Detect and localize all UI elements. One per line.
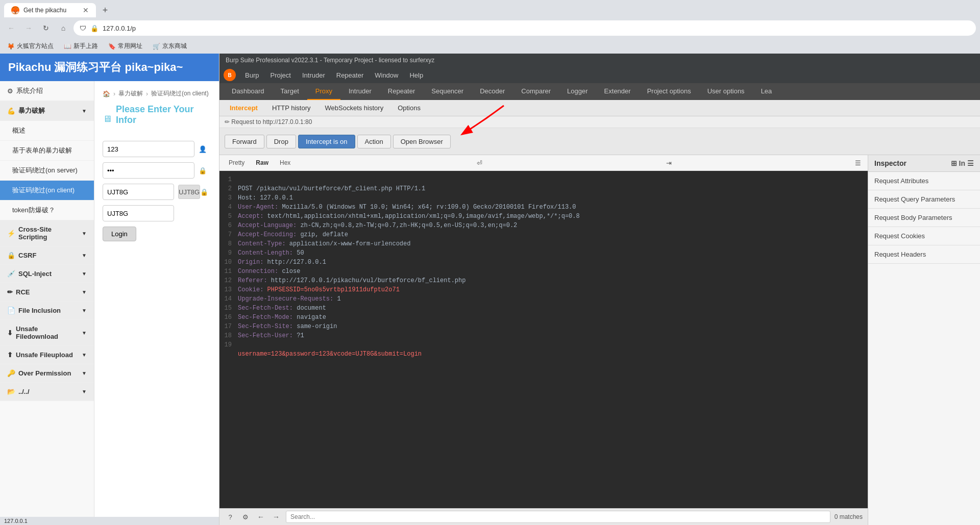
menu-icon[interactable]: ☰ — [852, 157, 864, 168]
menu-burp[interactable]: Burp — [240, 69, 264, 81]
inspector-request-attributes[interactable]: Request Attributes — [868, 172, 980, 190]
status-bar: 127.0.0.1 — [0, 517, 219, 525]
pikachu-main: 🏠 › 暴力破解 › 验证码绕过(on client) 🖥 Please Ent… — [94, 81, 219, 517]
lock-icon: 🔒 — [199, 167, 207, 174]
sidebar-label: 基于表单的暴力破解 — [12, 146, 72, 155]
menu-help[interactable]: Help — [404, 69, 428, 81]
tab-logger[interactable]: Logger — [559, 83, 596, 100]
drop-button[interactable]: Drop — [266, 135, 296, 148]
sidebar-item-intro[interactable]: ⚙ 系统介绍 — [0, 81, 94, 101]
sidebar-item-form-brute[interactable]: 基于表单的暴力破解 — [0, 141, 94, 161]
tab-target[interactable]: Target — [273, 83, 307, 100]
burp-logo: B — [224, 69, 236, 81]
sidebar-section-csrf[interactable]: 🔒 CSRF ▼ — [0, 246, 94, 265]
word-wrap-icon[interactable]: ⏎ — [474, 157, 485, 168]
sidebar-label: 暴力破解 — [18, 106, 45, 115]
forward-button[interactable]: Forward — [225, 135, 264, 148]
captcha-input[interactable] — [103, 184, 174, 200]
inject-icon: 💉 — [7, 270, 15, 278]
breadcrumb-sep2: › — [146, 90, 148, 97]
subtab-http-history[interactable]: HTTP history — [266, 102, 317, 114]
sidebar-section-rce[interactable]: ✏ RCE ▼ — [0, 283, 94, 302]
tab-repeater[interactable]: Repeater — [380, 83, 423, 100]
search-input[interactable] — [286, 511, 830, 523]
subtab-websockets[interactable]: WebSockets history — [319, 102, 390, 114]
prev-button[interactable]: ← — [255, 511, 266, 522]
menu-repeater[interactable]: Repeater — [331, 69, 369, 81]
subtab-options[interactable]: Options — [391, 102, 427, 114]
editor-tab-hex[interactable]: Hex — [275, 158, 296, 168]
tab-comparer[interactable]: Comparer — [513, 83, 559, 100]
tab-dashboard[interactable]: Dashboard — [224, 83, 273, 100]
settings-icon[interactable]: ⚙ — [240, 511, 251, 522]
line-numbers: 1 2 3 4 5 6 7 8 9 10 11 12 13 14 — [224, 175, 238, 504]
folder-icon: 📂 — [7, 388, 15, 395]
open-browser-button[interactable]: Open Browser — [393, 135, 451, 148]
refresh-button[interactable]: ↻ — [39, 21, 53, 35]
sidebar-item-token[interactable]: token防爆破？ — [0, 201, 94, 220]
back-button[interactable]: ← — [4, 21, 18, 35]
browser-tab[interactable]: 🦊 Get the pikachu ✕ — [4, 3, 96, 17]
inspector-query-params[interactable]: Request Query Parameters — [868, 190, 980, 209]
bookmark-firefox[interactable]: 🦊 火狐官方站点 — [4, 41, 57, 52]
sidebar-section-dotdot[interactable]: 📂 ../../ ▼ — [0, 383, 94, 401]
intercept-on-button[interactable]: Intercept is on — [298, 135, 355, 148]
bookmark-common[interactable]: 🔖 常用网址 — [105, 41, 145, 52]
tab-proxy[interactable]: Proxy — [307, 83, 340, 100]
next-button[interactable]: → — [271, 511, 282, 522]
refresh-captcha-icon[interactable]: 🔒 — [200, 188, 208, 196]
request-url-text: Request to http://127.0.0.1:80 — [231, 118, 312, 126]
sidebar-label: 概述 — [12, 126, 26, 135]
menu-project[interactable]: Project — [265, 69, 296, 81]
tab-close-button[interactable]: ✕ — [83, 6, 89, 14]
tab-intruder[interactable]: Intruder — [340, 83, 380, 100]
forward-button[interactable]: → — [21, 21, 36, 35]
captcha-confirm-input[interactable] — [103, 205, 174, 221]
sidebar-section-fileup[interactable]: ⬆ Unsafe Fileupload ▼ — [0, 346, 94, 364]
pikachu-title: Pikachu 漏洞练习平台 pika~pika~ — [8, 60, 211, 75]
bookmark-jd[interactable]: 🛒 京东商城 — [150, 41, 190, 52]
page-content-header: Please Enter Your Infor — [116, 104, 211, 126]
tab-decoder[interactable]: Decoder — [472, 83, 513, 100]
menu-intruder[interactable]: Intruder — [297, 69, 330, 81]
sidebar-section-bruteforce[interactable]: 💪 暴力破解 ▼ — [0, 101, 94, 121]
chevron-down-icon: ▼ — [82, 231, 87, 236]
home-button[interactable]: ⌂ — [56, 21, 70, 35]
sidebar-label: File Inclusion — [18, 307, 61, 314]
tab-project-options[interactable]: Project options — [639, 83, 699, 100]
sidebar-item-captcha-server[interactable]: 验证码绕过(on server) — [0, 161, 94, 181]
matches-count: 0 matches — [835, 513, 863, 520]
sidebar-section-sqli[interactable]: 💉 SQL-Inject ▼ — [0, 265, 94, 283]
address-bar[interactable]: 🛡 🔒 127.0.0.1/p — [74, 20, 976, 36]
editor-tab-raw[interactable]: Raw — [251, 158, 274, 168]
code-editor[interactable]: 1 2 3 4 5 6 7 8 9 10 11 12 13 14 — [219, 171, 868, 508]
tab-extender[interactable]: Extender — [596, 83, 639, 100]
tab-sequencer[interactable]: Sequencer — [423, 83, 472, 100]
inspector-headers[interactable]: Request Headers — [868, 245, 980, 264]
login-button[interactable]: Login — [103, 227, 136, 241]
editor-tab-pretty[interactable]: Pretty — [224, 158, 250, 168]
sidebar-section-overperm[interactable]: 🔑 Over Permission ▼ — [0, 364, 94, 383]
sidebar-section-filedl[interactable]: ⬇ Unsafe Filedownload ▼ — [0, 320, 94, 346]
inspector-cookies[interactable]: Request Cookies — [868, 227, 980, 245]
new-tab-button[interactable]: + — [98, 3, 112, 17]
sidebar-item-overview[interactable]: 概述 — [0, 121, 94, 141]
password-input[interactable] — [103, 162, 194, 179]
breadcrumb-bruteforce: 暴力破解 — [118, 89, 143, 98]
help-icon[interactable]: ? — [225, 511, 236, 522]
sidebar-item-captcha-client[interactable]: 验证码绕过(on client) — [0, 181, 94, 201]
captcha-group: UJT8G 🔒 — [103, 184, 211, 200]
menu-window[interactable]: Window — [370, 69, 403, 81]
username-input[interactable] — [103, 141, 194, 157]
address-bar-row: ← → ↻ ⌂ 🛡 🔒 127.0.0.1/p — [0, 17, 980, 39]
inspector-body-params[interactable]: Request Body Parameters — [868, 209, 980, 227]
tab-user-options[interactable]: User options — [699, 83, 753, 100]
action-button[interactable]: Action — [357, 135, 391, 148]
sidebar-section-xss[interactable]: ⚡ Cross-Site Scripting ▼ — [0, 220, 94, 246]
indent-icon[interactable]: ⇥ — [663, 157, 674, 168]
sidebar-section-fileinc[interactable]: 📄 File Inclusion ▼ — [0, 302, 94, 320]
subtab-intercept[interactable]: Intercept — [224, 102, 264, 114]
bookmark-guide[interactable]: 📖 新手上路 — [61, 41, 101, 52]
tab-learn[interactable]: Lea — [753, 83, 780, 100]
inspector-header: Inspector ⊞ In ☰ — [868, 155, 980, 172]
